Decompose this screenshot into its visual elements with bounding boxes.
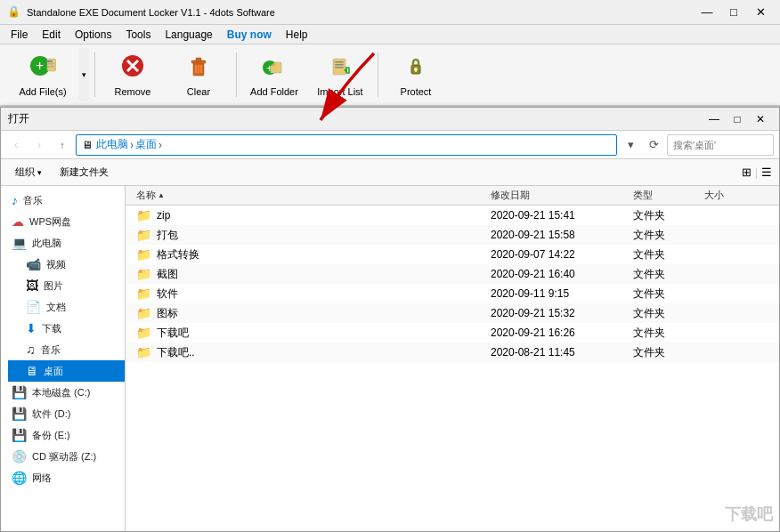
back-button[interactable]: ‹ [6, 135, 26, 155]
remove-button[interactable]: Remove [101, 48, 165, 101]
refresh-button[interactable]: ⟳ [644, 135, 663, 155]
table-row[interactable]: 📁 格式转换 2020-09-07 14:22 文件夹 [126, 245, 779, 264]
sidebar-item-network[interactable]: 🌐 网络 [1, 467, 125, 488]
folder-icon: 📁 [136, 286, 151, 301]
svg-rect-5 [47, 66, 54, 68]
toolbar-sep-3 [378, 52, 378, 97]
menu-buynow[interactable]: Buy now [220, 27, 279, 43]
sidebar-label-wps: WPS网盘 [29, 215, 71, 229]
header-type[interactable]: 类型 [630, 189, 701, 202]
svg-rect-3 [47, 60, 53, 62]
file-type: 文件夹 [630, 306, 701, 321]
sidebar-item-video[interactable]: 📹 视频 [8, 254, 125, 275]
file-date: 2020-09-21 16:40 [487, 268, 630, 280]
menu-help[interactable]: Help [279, 27, 315, 43]
dropdown-button[interactable]: ▾ [621, 135, 640, 155]
address-path[interactable]: 🖥 此电脑 › 桌面 › [76, 134, 617, 156]
sidebar-item-thispc[interactable]: 💻 此电脑 [1, 232, 125, 254]
add-folder-icon: + [262, 53, 287, 85]
svg-rect-24 [415, 69, 417, 72]
backupe-icon: 💾 [12, 428, 27, 442]
organize-label: 组织 [15, 166, 35, 177]
sidebar-label-thispc: 此电脑 [32, 237, 61, 250]
music2-icon: ♫ [26, 343, 36, 357]
sidebar-item-backupe[interactable]: 💾 备份 (E:) [1, 424, 125, 446]
add-files-icon: + [29, 53, 56, 85]
new-folder-button[interactable]: 新建文件夹 [53, 163, 116, 182]
import-list-label: Import List [317, 86, 362, 97]
svg-rect-20 [335, 67, 344, 69]
sidebar-item-desktop[interactable]: 🖥 桌面 [8, 360, 125, 382]
file-type: 文件夹 [630, 208, 701, 223]
maximize-button[interactable]: □ [721, 0, 746, 25]
add-files-dropdown[interactable]: ▾ [78, 48, 89, 101]
close-button[interactable]: ✕ [748, 0, 773, 25]
sidebar-item-localc[interactable]: 💾 本地磁盘 (C:) [1, 382, 125, 403]
sidebar-item-cdz[interactable]: 💿 CD 驱动器 (Z:) [1, 446, 125, 467]
table-row[interactable]: 📁 下载吧 2020-09-21 16:26 文件夹 [126, 323, 779, 343]
title-bar: 🔒 Standalone EXE Document Locker V1.1 - … [0, 0, 780, 25]
toolbar: + Add File(s) ▾ Remove [0, 44, 780, 107]
menu-file[interactable]: File [4, 27, 35, 43]
menu-language[interactable]: Language [158, 27, 219, 43]
header-name[interactable]: 名称 ▲ [133, 189, 487, 202]
sidebar-label-backupe: 备份 (E:) [32, 429, 70, 442]
header-date[interactable]: 修改日期 [487, 189, 630, 202]
sidebar-item-wps[interactable]: ☁ WPS网盘 [1, 211, 125, 232]
view-details-button[interactable]: ☰ [761, 165, 772, 179]
add-folder-button[interactable]: + Add Folder [242, 48, 306, 101]
table-row[interactable]: 📁 下载吧.. 2020-08-21 11:45 文件夹 [126, 343, 779, 362]
table-row[interactable]: 📁 软件 2020-09-11 9:15 文件夹 [126, 284, 779, 303]
search-input[interactable] [667, 134, 774, 156]
sidebar-label-documents: 文档 [46, 301, 66, 314]
sidebar-item-documents[interactable]: 📄 文档 [8, 296, 125, 318]
svg-text:+: + [36, 58, 44, 73]
thispc-icon: 💻 [12, 236, 27, 250]
path-pc[interactable]: 此电脑 [96, 137, 128, 152]
sidebar-item-music2[interactable]: ♫ 音乐 [8, 339, 125, 360]
sidebar-label-pictures: 图片 [44, 279, 63, 293]
table-row[interactable]: 📁 打包 2020-09-21 15:58 文件夹 [126, 225, 779, 245]
folder-icon: 📁 [136, 208, 151, 222]
protect-icon [403, 53, 428, 85]
sidebar-item-softd[interactable]: 💾 软件 (D:) [1, 403, 125, 424]
dialog-close-button[interactable]: ✕ [749, 108, 772, 131]
table-row[interactable]: 📁 图标 2020-09-21 15:32 文件夹 [126, 303, 779, 323]
clear-button[interactable]: Clear [167, 48, 231, 101]
sidebar: ♪ 音乐 ☁ WPS网盘 💻 此电脑 📹 视频 🖼 图 [1, 186, 126, 531]
sidebar-item-downloads[interactable]: ⬇ 下载 [8, 318, 125, 339]
sidebar-item-pictures[interactable]: 🖼 图片 [8, 275, 125, 296]
menu-edit[interactable]: Edit [35, 27, 68, 43]
file-name: 下载吧.. [157, 345, 195, 360]
video-icon: 📹 [26, 257, 41, 271]
view-mode-button[interactable]: ⊞ [742, 165, 752, 179]
svg-rect-4 [47, 63, 54, 65]
minimize-button[interactable]: — [695, 0, 719, 25]
file-type: 文件夹 [630, 247, 701, 262]
menu-options[interactable]: Options [68, 27, 118, 43]
up-button[interactable]: ↑ [53, 135, 72, 155]
organize-button[interactable]: 组织 ▾ [8, 163, 49, 182]
protect-button[interactable]: Protect [384, 48, 448, 101]
sidebar-item-music[interactable]: ♪ 音乐 [1, 189, 125, 211]
sidebar-label-cdz: CD 驱动器 (Z:) [32, 450, 96, 463]
folder-icon: 📁 [136, 326, 151, 340]
sidebar-label-localc: 本地磁盘 (C:) [32, 386, 90, 399]
table-row[interactable]: 📁 截图 2020-09-21 16:40 文件夹 [126, 264, 779, 284]
file-name: 打包 [157, 228, 178, 243]
pictures-icon: 🖼 [26, 278, 38, 293]
add-files-button[interactable]: + Add File(s) [7, 48, 78, 101]
import-list-button[interactable]: Import List [308, 48, 372, 101]
softd-icon: 💾 [12, 407, 27, 421]
file-dialog: 打开 — □ ✕ ‹ › ↑ 🖥 此电脑 › 桌面 › ▾ ⟳ 组织 ▾ 新建文… [0, 107, 780, 532]
path-desktop[interactable]: 桌面 [135, 137, 157, 152]
dialog-minimize-button[interactable]: — [703, 108, 726, 131]
table-row[interactable]: 📁 zip 2020-09-21 15:41 文件夹 [126, 206, 779, 225]
dialog-maximize-button[interactable]: □ [726, 108, 749, 131]
menu-tools[interactable]: Tools [118, 27, 158, 43]
sidebar-group: 📹 视频 🖼 图片 📄 文档 ⬇ 下载 ♫ 音乐 [1, 254, 125, 382]
header-size[interactable]: 大小 [701, 189, 772, 202]
network-icon: 🌐 [12, 471, 27, 485]
header-type-label: 类型 [633, 189, 653, 200]
forward-button[interactable]: › [29, 135, 49, 155]
